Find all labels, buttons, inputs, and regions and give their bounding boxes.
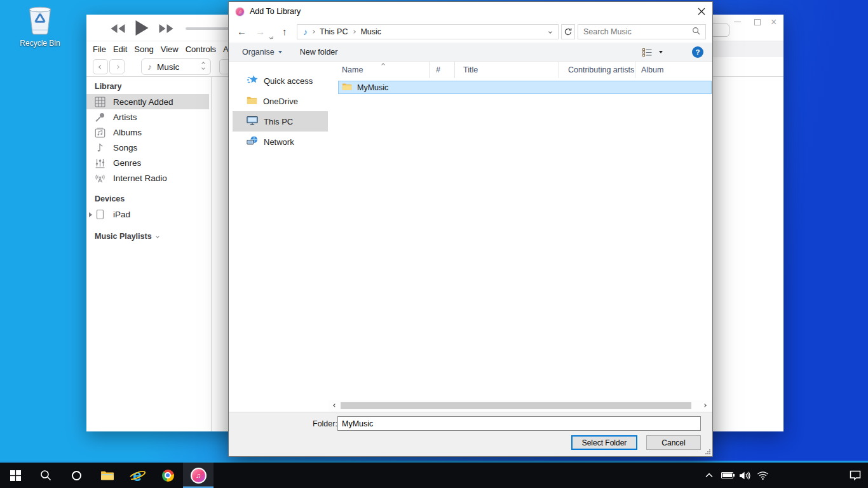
fast-forward-button[interactable] (159, 24, 173, 36)
chrome-icon (162, 470, 174, 482)
scroll-right-icon[interactable] (703, 403, 707, 407)
address-dropdown-icon[interactable] (548, 30, 552, 34)
desktop: Recycle Bin × File Edit Song View Contro… (0, 0, 868, 488)
ipad-icon (95, 209, 105, 220)
crumb-separator-icon (311, 30, 315, 34)
sidebar-item-this-pc[interactable]: This PC (233, 111, 328, 132)
up-button[interactable]: ↑ (282, 21, 287, 43)
column-header-contributing-artists[interactable]: Contributing artists (559, 62, 635, 78)
scrollbar-thumb[interactable] (341, 402, 691, 409)
close-icon[interactable] (698, 8, 705, 17)
close-icon[interactable]: × (771, 15, 776, 30)
crumb-music[interactable]: Music (360, 27, 381, 36)
organise-button[interactable]: Organise (242, 48, 282, 57)
wifi-icon[interactable] (754, 463, 771, 488)
sidebar-item-label: OneDrive (263, 97, 298, 106)
back-button[interactable]: ← (237, 21, 247, 43)
sidebar-item-label: Genres (113, 158, 141, 168)
sidebar-item-internet-radio[interactable]: Internet Radio (86, 170, 211, 186)
view-mode-chevron-icon[interactable] (659, 51, 663, 53)
library-header: Library (95, 82, 211, 91)
folder-name-input[interactable] (337, 416, 701, 431)
grid-icon (95, 97, 105, 107)
select-folder-button[interactable]: Select Folder (571, 435, 637, 450)
new-folder-button[interactable]: New folder (300, 48, 338, 57)
battery-icon[interactable] (718, 463, 736, 488)
media-kind-selector[interactable]: ♪ Music (141, 58, 211, 75)
places-sidebar: Quick access OneDrive This PC (229, 62, 329, 412)
horizontal-scrollbar[interactable] (329, 400, 712, 412)
minimize-icon[interactable] (734, 22, 741, 22)
itunes-icon: ♫ (191, 468, 207, 484)
taskbar-search-button[interactable] (31, 463, 61, 488)
recycle-bin-label: Recycle Bin (19, 39, 61, 48)
sidebar-item-network[interactable]: Network (229, 132, 329, 152)
sidebar-item-onedrive[interactable]: OneDrive (229, 91, 329, 111)
dialog-toolbar: Organise New folder ? (229, 43, 712, 62)
itunes-app-icon: ♫ (235, 7, 245, 17)
sidebar-item-genres[interactable]: Genres (86, 155, 211, 170)
cancel-button[interactable]: Cancel (646, 435, 701, 450)
maximize-icon[interactable] (754, 19, 761, 25)
sidebar-item-songs[interactable]: Songs (86, 140, 211, 155)
scroll-left-icon[interactable] (333, 403, 337, 407)
sidebar-item-label: Recently Added (113, 97, 173, 107)
sidebar-item-artists[interactable]: Artists (86, 109, 211, 125)
sidebar-item-quick-access[interactable]: Quick access (229, 71, 329, 91)
chevron-down-icon (156, 234, 159, 238)
devices-header: Devices (95, 194, 211, 203)
address-bar[interactable]: ♪ This PC Music (297, 24, 559, 39)
column-headers: Name # Title Contributing artists Album (329, 62, 712, 78)
menu-file[interactable]: File (93, 44, 106, 54)
column-header-album[interactable]: Album (635, 62, 712, 78)
file-explorer-button[interactable] (92, 463, 122, 488)
sidebar-item-albums[interactable]: Albums (86, 125, 211, 140)
menu-view[interactable]: View (161, 44, 179, 54)
add-to-library-dialog: ♫ Add To Library ← → ↑ ♪ This PC Music (228, 1, 713, 457)
menu-controls[interactable]: Controls (186, 44, 216, 54)
menu-edit[interactable]: Edit (113, 44, 127, 54)
column-header-name[interactable]: Name (329, 62, 430, 78)
sidebar-item-label: This PC (264, 117, 293, 126)
music-playlists-header[interactable]: Music Playlists (95, 232, 211, 241)
disclosure-triangle-icon[interactable] (89, 212, 92, 217)
folder-icon (247, 96, 257, 107)
search-box[interactable] (578, 24, 706, 39)
view-mode-icon[interactable] (642, 48, 653, 58)
itunes-forward-button[interactable] (109, 59, 125, 74)
search-icon[interactable] (692, 26, 700, 37)
recent-locations-chevron-icon[interactable] (271, 30, 273, 41)
action-center-button[interactable] (843, 463, 868, 488)
crumb-this-pc[interactable]: This PC (320, 27, 348, 36)
internet-explorer-button[interactable]: e (122, 463, 153, 488)
network-icon (247, 135, 258, 148)
forward-button[interactable]: → (255, 21, 265, 43)
rewind-button[interactable] (111, 24, 125, 36)
play-button[interactable] (135, 20, 149, 39)
sidebar-item-recently-added[interactable]: Recently Added (86, 94, 209, 109)
refresh-button[interactable] (561, 24, 575, 39)
taskbar: e ♫ (0, 463, 868, 488)
volume-icon[interactable] (736, 463, 754, 488)
music-note-icon: ♪ (147, 62, 152, 72)
sidebar-item-label: Songs (113, 143, 137, 152)
chrome-button[interactable] (153, 463, 183, 488)
itunes-taskbar-button[interactable]: ♫ (183, 463, 214, 488)
column-header-title[interactable]: Title (455, 62, 559, 78)
radio-tower-icon (95, 173, 105, 184)
start-button[interactable] (0, 463, 31, 488)
resize-grip[interactable] (705, 449, 710, 454)
recycle-bin-shortcut[interactable]: Recycle Bin (19, 5, 61, 48)
menu-song[interactable]: Song (134, 44, 153, 54)
sidebar-item-label: Internet Radio (113, 173, 167, 183)
dialog-navbar: ← → ↑ ♪ This PC Music (229, 21, 712, 43)
help-button[interactable]: ? (692, 46, 703, 58)
file-row-mymusic[interactable]: MyMusic (338, 81, 712, 94)
column-header-number[interactable]: # (430, 62, 455, 78)
dialog-title: Add To Library (250, 7, 301, 16)
search-input[interactable] (583, 27, 692, 36)
cortana-button[interactable] (61, 463, 92, 488)
itunes-back-button[interactable] (93, 59, 108, 74)
tray-chevron-up-icon[interactable] (700, 463, 718, 488)
sidebar-item-ipad[interactable]: iPad (86, 207, 211, 222)
